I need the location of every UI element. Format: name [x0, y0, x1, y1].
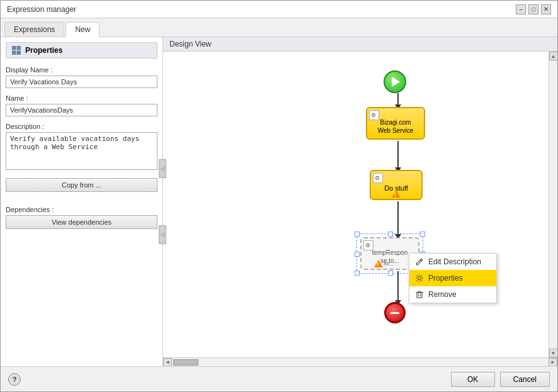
handle-tm [388, 232, 393, 237]
svg-rect-1 [17, 46, 21, 50]
context-remove[interactable]: Remove [409, 286, 496, 303]
context-menu: Edit Description Properties [409, 253, 497, 303]
description-textarea[interactable]: Verify available vacations days through … [6, 132, 157, 170]
properties-icon [11, 45, 21, 55]
collapse-handle-bottom[interactable]: ◁ [159, 225, 166, 244]
name-label: Name : [6, 94, 157, 102]
svg-text:⚙: ⚙ [375, 175, 380, 181]
handle-bm [388, 271, 393, 276]
description-group: Description : Verify available vacations… [6, 123, 157, 172]
svg-rect-12 [417, 293, 422, 298]
scroll-down-button[interactable]: ▼ [549, 349, 558, 357]
end-node[interactable] [384, 302, 406, 323]
horizontal-scrollbar: ◄ ► [163, 357, 557, 366]
properties-gear-icon [414, 273, 424, 283]
scroll-up-button[interactable]: ▲ [549, 52, 558, 60]
footer-right: OK Cancel [451, 372, 550, 387]
properties-header: Properties [6, 42, 157, 59]
svg-rect-2 [12, 51, 16, 55]
temp-task-icon: ⚙ [363, 240, 373, 250]
ws-task-icon: ⚙ [369, 110, 379, 120]
svg-rect-0 [12, 46, 16, 50]
tab-expressions[interactable]: Expressions [4, 22, 64, 36]
tab-new[interactable]: New [65, 22, 100, 37]
main-window: Expression manager – □ ✕ Expressions New [0, 0, 558, 392]
copy-from-group: Copy from ... [6, 178, 157, 199]
edit-icon [414, 257, 424, 267]
view-dependencies-button[interactable]: View dependencies [6, 215, 157, 229]
canvas-container: ⚙ Bizagi.comWeb Service [163, 52, 557, 357]
main-area: Properties Display Name : Name : Descrip… [1, 37, 557, 366]
remove-label: Remove [428, 290, 457, 299]
arrow-line-1 [397, 93, 399, 104]
scroll-track-v[interactable] [549, 60, 557, 349]
footer-left: ? [8, 373, 21, 386]
display-name-label: Display Name : [6, 66, 157, 74]
temp-warning-area: M... [374, 260, 394, 267]
temp-warning-text: M... [384, 260, 394, 267]
trash-icon [414, 289, 424, 300]
properties-context-label: Properties [428, 274, 463, 283]
context-properties[interactable]: Properties [409, 270, 496, 286]
svg-point-11 [418, 277, 421, 280]
help-button[interactable]: ? [8, 373, 21, 386]
arrow-temp-to-end [395, 271, 401, 305]
name-input[interactable] [6, 104, 157, 116]
collapse-handle-top[interactable]: ◁ [159, 159, 166, 178]
design-canvas[interactable]: ⚙ Bizagi.comWeb Service [163, 52, 549, 357]
right-panel: Design View [163, 37, 557, 366]
handle-tl [355, 232, 360, 237]
ws-task-node[interactable]: ⚙ Bizagi.comWeb Service [366, 107, 425, 140]
cancel-button[interactable]: Cancel [500, 372, 550, 387]
arrow-line-3 [397, 201, 399, 234]
arrow-ws-to-dostuff [395, 141, 401, 172]
title-bar: Expression manager – □ ✕ [1, 1, 557, 18]
start-node[interactable] [384, 70, 406, 93]
description-label: Description : [6, 123, 157, 130]
scroll-thumb-h[interactable] [173, 359, 198, 366]
arrow-line-4 [397, 271, 399, 300]
left-panel: Properties Display Name : Name : Descrip… [1, 37, 163, 366]
do-stuff-task-icon: ⚙ [373, 173, 383, 183]
ws-task-label: Bizagi.comWeb Service [378, 118, 414, 135]
do-stuff-task-node[interactable]: ⚙ Do stuff [370, 170, 423, 200]
dependencies-group: Dependencies : View dependencies [6, 206, 157, 237]
display-name-group: Display Name : [6, 66, 157, 88]
minimize-button[interactable]: – [516, 4, 526, 14]
footer: ? OK Cancel [1, 366, 557, 391]
properties-header-label: Properties [25, 46, 62, 55]
handle-bl [355, 271, 360, 276]
scroll-left-button[interactable]: ◄ [163, 358, 172, 367]
scroll-right-button[interactable]: ► [549, 358, 557, 367]
svg-text:⚙: ⚙ [371, 112, 376, 118]
design-view-header: Design View [163, 37, 557, 52]
svg-rect-3 [17, 51, 21, 55]
handle-ml [355, 252, 360, 257]
temp-triangle-icon [374, 260, 383, 267]
maximize-button[interactable]: □ [528, 4, 538, 14]
edit-description-label: Edit Description [428, 257, 481, 266]
right-panel-inner: Design View [163, 37, 557, 366]
name-group: Name : [6, 94, 157, 116]
ok-button[interactable]: OK [451, 372, 495, 387]
svg-rect-14 [418, 291, 421, 293]
window-title: Expression manager [7, 5, 76, 14]
close-button[interactable]: ✕ [541, 4, 551, 14]
display-name-input[interactable] [6, 76, 157, 88]
start-icon [392, 77, 400, 87]
svg-text:⚙: ⚙ [365, 242, 370, 249]
copy-from-button[interactable]: Copy from ... [6, 178, 157, 192]
arrow-line-2 [397, 141, 399, 167]
window-controls: – □ ✕ [516, 4, 551, 14]
vertical-scrollbar: ▲ ▼ [549, 52, 557, 357]
context-edit-description[interactable]: Edit Description [409, 254, 496, 270]
end-icon [390, 312, 399, 314]
dependencies-label: Dependencies : [6, 206, 157, 213]
warning-triangle [392, 190, 401, 198]
handle-tr [420, 232, 425, 237]
tab-bar: Expressions New [1, 18, 557, 37]
triangle-icon [392, 190, 401, 198]
